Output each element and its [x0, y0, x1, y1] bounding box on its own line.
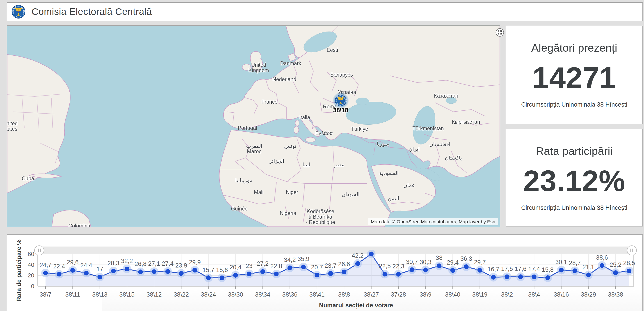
data-point[interactable] [84, 271, 88, 276]
data-point[interactable] [288, 266, 292, 270]
turnout-chart-panel: Rata de participare % 38\738\1138\1338\1… [7, 234, 643, 311]
x-tick-label: 38\16 [554, 291, 569, 298]
data-point[interactable] [70, 268, 75, 273]
data-point[interactable] [450, 268, 455, 273]
data-point-label: 23,7 [325, 262, 337, 269]
map-marker[interactable]: 38\18 [332, 92, 349, 116]
cec-logo-icon [11, 4, 26, 19]
x-tick-label: 38\2 [501, 291, 513, 298]
data-point[interactable] [423, 268, 428, 272]
data-point[interactable] [260, 269, 265, 274]
data-point[interactable] [491, 275, 496, 280]
x-tick-label: 38\27 [364, 291, 379, 298]
data-point-label: 38,6 [596, 254, 608, 261]
x-tick-label: 38\11 [65, 291, 80, 298]
range-slider-track[interactable] [38, 247, 634, 254]
data-point-label: 27,1 [148, 260, 160, 267]
handle-grip-icon [632, 248, 633, 252]
data-point[interactable] [613, 270, 618, 275]
data-point-label: 27,4 [162, 260, 174, 267]
data-point[interactable] [233, 273, 238, 278]
data-point-label: 32,2 [121, 258, 133, 264]
data-point[interactable] [545, 276, 550, 280]
handle-grip-icon [630, 248, 631, 252]
data-point[interactable] [192, 268, 197, 272]
data-point-label: 17,5 [501, 266, 513, 272]
data-point-label: 28,3 [108, 260, 120, 266]
y-tick-label: 40 [28, 262, 34, 268]
slider-handle-left[interactable] [34, 246, 44, 255]
map-canvas[interactable] [7, 26, 500, 227]
data-point[interactable] [586, 272, 591, 277]
data-point[interactable] [504, 274, 509, 279]
stat-card-voters: Alegători prezenți 14271 Circumscripția … [506, 26, 643, 124]
data-point-label: 22,3 [392, 263, 404, 270]
data-point-label: 25,2 [610, 262, 622, 268]
data-point[interactable] [111, 269, 116, 273]
x-tick-label: 38\40 [445, 291, 460, 298]
data-point[interactable] [206, 276, 211, 280]
cec-logo-icon [334, 94, 347, 106]
data-point[interactable] [532, 274, 536, 279]
data-point-label: 30,3 [420, 259, 432, 266]
data-point-label: 17 [96, 266, 103, 272]
data-point[interactable] [559, 268, 564, 272]
data-point[interactable] [97, 275, 102, 280]
data-point-label: 15,8 [542, 266, 554, 273]
data-point[interactable] [247, 272, 252, 276]
data-point-label: 26,8 [134, 260, 146, 267]
data-point[interactable] [369, 252, 374, 256]
data-point-label: 20,4 [230, 264, 242, 271]
turnout-line-chart[interactable]: 38\738\1138\1338\1538\1238\2238\2438\303… [7, 235, 642, 311]
expand-arrows-icon [496, 28, 504, 37]
handle-grip-icon [40, 248, 40, 252]
data-point[interactable] [410, 267, 414, 272]
data-point[interactable] [43, 271, 48, 276]
data-point[interactable] [124, 266, 129, 271]
data-point-label: 34,2 [284, 256, 296, 263]
data-point-label: 29,6 [67, 259, 79, 266]
marker-label: 38\18 [333, 107, 348, 114]
data-point[interactable] [220, 276, 224, 280]
data-point[interactable] [355, 261, 360, 266]
data-point-label: 23,9 [175, 262, 187, 269]
y-tick-label: 60 [28, 250, 34, 257]
x-tick-label: 38\34 [255, 291, 270, 298]
data-point-label: 22,8 [270, 263, 282, 270]
data-point-label: 24,7 [40, 262, 52, 268]
data-point[interactable] [152, 269, 156, 274]
data-point[interactable] [396, 272, 401, 276]
data-point-label: 29,9 [189, 259, 201, 266]
data-point[interactable] [179, 271, 184, 276]
data-point[interactable] [166, 269, 170, 274]
data-point[interactable] [342, 270, 346, 274]
data-point[interactable] [138, 270, 143, 274]
x-tick-label: 38\13 [92, 291, 108, 298]
data-point[interactable] [600, 263, 604, 268]
data-point[interactable] [57, 272, 62, 276]
data-point[interactable] [437, 264, 442, 268]
fullscreen-button[interactable] [496, 28, 504, 37]
data-point[interactable] [314, 273, 319, 278]
data-point-label: 17,6 [515, 266, 526, 272]
data-point[interactable] [274, 272, 278, 276]
data-point[interactable] [478, 268, 482, 273]
data-point[interactable] [382, 272, 387, 276]
y-tick-label: 20 [28, 272, 34, 279]
data-point[interactable] [328, 271, 333, 276]
data-point-label: 35,9 [298, 256, 310, 262]
data-point[interactable] [572, 268, 577, 273]
data-point-label: 28,5 [623, 260, 635, 266]
dashboard-page: Comisia Electorală Centrală [0, 0, 644, 311]
data-point[interactable] [301, 264, 306, 269]
app-title: Comisia Electorală Centrală [32, 6, 152, 17]
data-point[interactable] [518, 274, 523, 279]
x-tick-label: 38\24 [201, 291, 216, 298]
stat-value: 14271 [532, 62, 616, 94]
data-point-label: 26,6 [338, 261, 350, 268]
data-point-label: 36,3 [460, 255, 472, 262]
data-point[interactable] [627, 269, 632, 273]
data-point[interactable] [464, 264, 469, 269]
slider-handle-right[interactable] [627, 246, 636, 255]
x-tick-label: 38\41 [310, 291, 325, 298]
